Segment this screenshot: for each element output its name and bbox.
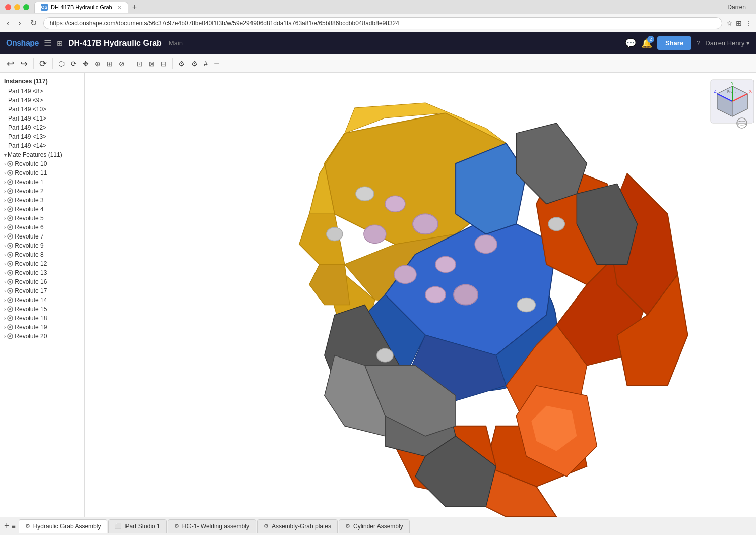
undo-button[interactable]: ↩ — [4, 56, 17, 71]
onshape-logo: Onshape — [6, 39, 39, 48]
document-tab-label: Main — [169, 39, 183, 47]
new-tab-button[interactable]: + — [128, 3, 141, 12]
view-sphere-button[interactable] — [736, 117, 748, 129]
revolute-item[interactable]: › Revolute 14 — [0, 295, 84, 305]
revolute-icon — [7, 324, 14, 331]
svg-text:Y: Y — [731, 81, 734, 86]
rotate-tool[interactable]: ⟳ — [68, 56, 79, 71]
pan-tool[interactable]: ✥ — [80, 56, 91, 71]
extensions-button[interactable]: ⊞ — [736, 19, 742, 27]
revolute-item[interactable]: › Revolute 19 — [0, 323, 84, 332]
settings-tool-1[interactable]: ⚙ — [176, 56, 187, 71]
revolute-expand-arrow: › — [4, 170, 6, 176]
revolute-item[interactable]: › Revolute 5 — [0, 214, 84, 223]
minimize-traffic-light[interactable] — [14, 4, 20, 10]
revolute-item[interactable]: › Revolute 16 — [0, 277, 84, 286]
revolute-item[interactable]: › Revolute 12 — [0, 259, 84, 268]
fit-tool[interactable]: ⊞ — [104, 56, 115, 71]
svg-point-68 — [413, 214, 438, 234]
url-input[interactable] — [43, 17, 722, 29]
user-menu-button[interactable]: Darren Henry ▾ — [705, 39, 750, 47]
list-item[interactable]: Part 149 <9> — [0, 96, 84, 105]
revolute-item[interactable]: › Revolute 7 — [0, 232, 84, 241]
tab-part-studio-1[interactable]: ⬜ Part Studio 1 — [108, 519, 166, 533]
list-item[interactable]: Part 149 <8> — [0, 87, 84, 96]
revolute-item[interactable]: › Revolute 20 — [0, 332, 84, 341]
reload-button[interactable]: ↻ — [28, 17, 39, 29]
revolute-item[interactable]: › Revolute 15 — [0, 305, 84, 314]
share-button[interactable]: Share — [657, 36, 691, 50]
svg-point-35 — [9, 317, 11, 319]
svg-point-70 — [364, 225, 386, 243]
revolute-label: Revolute 9 — [15, 242, 43, 249]
revolute-label: Revolute 4 — [15, 206, 43, 213]
settings-tool-2[interactable]: ⚙ — [188, 56, 200, 71]
revolute-expand-arrow: › — [4, 243, 6, 249]
revolute-item[interactable]: › Revolute 2 — [0, 187, 84, 196]
list-item[interactable]: Part 149 <14> — [0, 141, 84, 150]
svg-point-31 — [9, 299, 11, 301]
tab-close-button[interactable]: ✕ — [117, 5, 121, 10]
menu-button[interactable]: ⋮ — [745, 19, 752, 27]
revolute-item[interactable]: › Revolute 6 — [0, 223, 84, 232]
revolute-item[interactable]: › Revolute 1 — [0, 177, 84, 187]
tab-hydraulic-grab-assembly[interactable]: ⚙ Hydraulic Grab Assembly — [19, 519, 108, 533]
svg-point-29 — [9, 290, 11, 292]
list-item[interactable]: Part 149 <12> — [0, 123, 84, 132]
revolute-item[interactable]: › Revolute 18 — [0, 314, 84, 323]
viewport-3d[interactable]: X Z Y Front — [85, 73, 756, 517]
bookmark-button[interactable]: ☆ — [726, 19, 733, 27]
close-traffic-light[interactable] — [5, 4, 11, 10]
mate-features-section[interactable]: ▾ Mate Features (111) — [0, 150, 84, 159]
chat-button[interactable]: 💬 — [625, 38, 636, 49]
assembly-tool-3[interactable]: ⊟ — [158, 56, 169, 71]
forward-button[interactable]: › — [16, 18, 23, 29]
list-item[interactable]: Part 149 <10> — [0, 105, 84, 114]
tabs-menu-button[interactable]: ≡ — [12, 522, 16, 530]
browser-tab-active[interactable]: OS DH-417B Hydraulic Grab ✕ — [34, 2, 128, 13]
section-tool[interactable]: ⊘ — [116, 56, 128, 71]
revolute-expand-arrow: › — [4, 307, 6, 312]
toolbar-separator-4 — [172, 58, 173, 69]
svg-point-76 — [517, 298, 535, 312]
tab-hg1-welding[interactable]: ⚙ HG-1- Welding assembly — [168, 519, 256, 533]
revolute-item[interactable]: › Revolute 8 — [0, 250, 84, 259]
browser-toolbar: ‹ › ↻ ☆ ⊞ ⋮ — [0, 14, 756, 32]
notification-button[interactable]: 🔔 2 — [641, 38, 652, 49]
back-button[interactable]: ‹ — [4, 18, 12, 29]
revolute-item[interactable]: › Revolute 11 — [0, 168, 84, 177]
hamburger-button[interactable]: ☰ — [44, 38, 52, 49]
tab-cylinder-assembly[interactable]: ⚙ Cylinder Assembly — [339, 519, 410, 533]
view-cube[interactable]: X Z Y Front — [710, 79, 750, 119]
revolute-expand-arrow: › — [4, 288, 6, 294]
revolute-item[interactable]: › Revolute 3 — [0, 196, 84, 205]
tab-favicon: OS — [41, 4, 48, 11]
revolute-item[interactable]: › Revolute 9 — [0, 241, 84, 250]
grid-tool[interactable]: # — [201, 56, 210, 71]
toolbar-separator-3 — [131, 58, 131, 69]
revolute-label: Revolute 12 — [15, 260, 47, 267]
add-tab-button[interactable]: + — [4, 521, 10, 531]
revolutes-list: › Revolute 10 › Revolute 11 — [0, 159, 84, 341]
measure-tool[interactable]: ⊣ — [211, 56, 222, 71]
assembly-tool-2[interactable]: ⊠ — [146, 56, 157, 71]
revolute-item[interactable]: › Revolute 17 — [0, 286, 84, 295]
list-item[interactable]: Part 149 <13> — [0, 132, 84, 141]
help-button[interactable]: ? — [697, 39, 700, 47]
select-tool[interactable]: ⬡ — [56, 56, 67, 71]
redo-button[interactable]: ↪ — [18, 56, 30, 71]
tab-grab-plates[interactable]: ⚙ Assembly-Grab plates — [257, 519, 338, 533]
zoom-tool[interactable]: ⊕ — [92, 56, 103, 71]
revolute-icon — [7, 333, 14, 340]
refresh-button[interactable]: ⟳ — [37, 56, 49, 71]
fullscreen-traffic-light[interactable] — [23, 4, 29, 10]
svg-point-25 — [9, 272, 11, 274]
revolute-expand-arrow: › — [4, 325, 6, 330]
tab-label-grab-plates: Assembly-Grab plates — [272, 523, 331, 530]
revolute-item[interactable]: › Revolute 10 — [0, 159, 84, 168]
revolute-item[interactable]: › Revolute 4 — [0, 205, 84, 214]
revolute-item[interactable]: › Revolute 13 — [0, 268, 84, 277]
assembly-tool-1[interactable]: ⊡ — [134, 56, 145, 71]
list-item[interactable]: Part 149 <11> — [0, 114, 84, 123]
notification-badge: 2 — [647, 36, 654, 43]
